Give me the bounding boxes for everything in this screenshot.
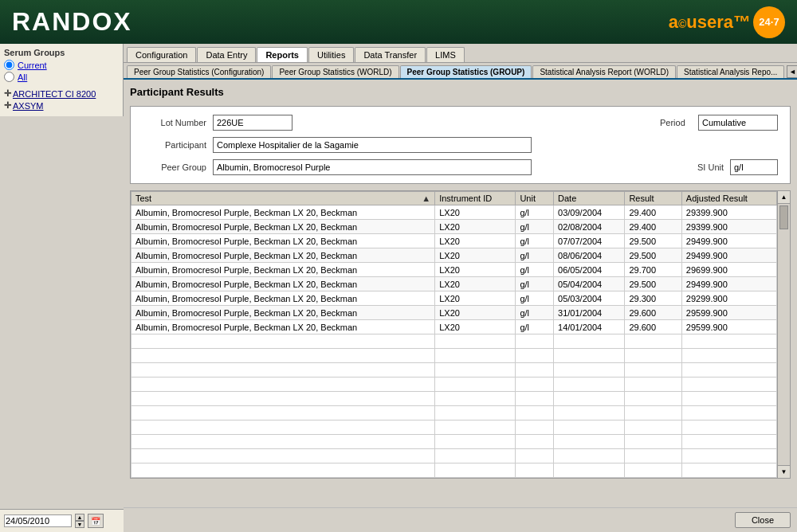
date-spin-down[interactable]: ▼ xyxy=(75,521,84,528)
table-row[interactable]: Albumin, Bromocresol Purple, Beckman LX … xyxy=(132,320,777,334)
date-spin[interactable]: ▲ ▼ xyxy=(75,514,84,528)
cell-date: 02/08/2004 xyxy=(554,220,625,234)
sidebar-footer: ▲ ▼ 📅 xyxy=(0,509,124,532)
sub-tab-stat-analysis-world[interactable]: Statistical Analysis Report (WORLD) xyxy=(532,65,676,78)
table-row[interactable]: Albumin, Bromocresol Purple, Beckman LX … xyxy=(132,248,777,263)
sidebar-wrapper: Serum Groups Current All ✛ ARCHITECT CI … xyxy=(0,44,124,532)
cell-date: 03/09/2004 xyxy=(554,205,625,220)
cell-date: 05/03/2004 xyxy=(554,291,625,306)
tree-item-axsym[interactable]: ✛ AXSYM xyxy=(4,100,119,111)
cell-adjusted-result: 29399.900 xyxy=(681,205,776,220)
table-row[interactable]: Albumin, Bromocresol Purple, Beckman LX … xyxy=(132,306,777,320)
cell-instrument-id: LX20 xyxy=(435,291,516,306)
sub-tab-peer-group-config[interactable]: Peer Group Statistics (Configuration) xyxy=(127,65,271,78)
tab-data-entry[interactable]: Data Entry xyxy=(197,47,256,62)
col-instrument-id[interactable]: Instrument ID xyxy=(435,192,516,205)
cell-adjusted-result: 29699.900 xyxy=(681,263,776,277)
cell-date: 06/05/2004 xyxy=(554,263,625,277)
table-row[interactable]: Albumin, Bromocresol Purple, Beckman LX … xyxy=(132,220,777,234)
table-row-empty xyxy=(132,392,777,406)
sub-tab-peer-group-group[interactable]: Peer Group Statistics (GROUP) xyxy=(400,65,532,78)
tree-item-architect-label[interactable]: ARCHITECT CI 8200 xyxy=(13,89,96,99)
sub-tab-scroll-left[interactable]: ◄ xyxy=(787,65,797,78)
serum-groups-label: Serum Groups xyxy=(4,48,119,57)
cell-unit: g/l xyxy=(516,263,554,277)
table-row-empty xyxy=(132,406,777,421)
cell-unit: g/l xyxy=(516,248,554,263)
table-row[interactable]: Albumin, Bromocresol Purple, Beckman LX … xyxy=(132,291,777,306)
tab-lims[interactable]: LIMS xyxy=(426,47,465,62)
col-unit[interactable]: Unit xyxy=(516,192,554,205)
acusera-brand-text: a©usera™ xyxy=(669,12,751,33)
col-date[interactable]: Date xyxy=(554,192,625,205)
lot-number-label: Lot Number xyxy=(143,118,206,127)
cell-unit: g/l xyxy=(516,205,554,220)
tab-utilities[interactable]: Utilities xyxy=(308,47,354,62)
period-label: Period xyxy=(660,118,692,127)
cell-test: Albumin, Bromocresol Purple, Beckman LX … xyxy=(132,320,435,334)
sub-tabs: Peer Group Statistics (Configuration) Pe… xyxy=(124,63,797,80)
cell-adjusted-result: 29499.900 xyxy=(681,248,776,263)
col-result[interactable]: Result xyxy=(625,192,681,205)
cell-test: Albumin, Bromocresol Purple, Beckman LX … xyxy=(132,263,435,277)
cell-test: Albumin, Bromocresol Purple, Beckman LX … xyxy=(132,220,435,234)
cell-instrument-id: LX20 xyxy=(435,263,516,277)
sub-tab-stat-analysis-rep[interactable]: Statistical Analysis Repo... xyxy=(677,65,784,78)
randox-logo: RANDOX xyxy=(12,7,132,37)
period-input[interactable] xyxy=(698,115,778,131)
peer-group-label: Peer Group xyxy=(143,162,206,172)
table-scrollbar[interactable]: ▲ ▼ xyxy=(777,191,790,478)
cell-test: Albumin, Bromocresol Purple, Beckman LX … xyxy=(132,277,435,291)
sort-test-icon: ▲ xyxy=(422,194,430,203)
peer-group-input[interactable] xyxy=(213,159,532,175)
table-row[interactable]: Albumin, Bromocresol Purple, Beckman LX … xyxy=(132,263,777,277)
calendar-button[interactable]: 📅 xyxy=(88,514,104,528)
cell-instrument-id: LX20 xyxy=(435,306,516,320)
cell-instrument-id: LX20 xyxy=(435,234,516,248)
table-row[interactable]: Albumin, Bromocresol Purple, Beckman LX … xyxy=(132,205,777,220)
radio-current[interactable]: Current xyxy=(4,60,119,70)
scrollbar-thumb[interactable] xyxy=(779,205,788,229)
main-container: Serum Groups Current All ✛ ARCHITECT CI … xyxy=(0,44,797,532)
table-row[interactable]: Albumin, Bromocresol Purple, Beckman LX … xyxy=(132,234,777,248)
participant-input[interactable] xyxy=(213,137,532,153)
lot-number-input[interactable] xyxy=(213,115,292,131)
tree-item-architect[interactable]: ✛ ARCHITECT CI 8200 xyxy=(4,88,119,99)
radio-all-input[interactable] xyxy=(4,72,14,82)
sidebar: Serum Groups Current All ✛ ARCHITECT CI … xyxy=(0,44,124,116)
scrollbar-up-btn[interactable]: ▲ xyxy=(778,191,790,204)
si-unit-input[interactable] xyxy=(730,159,778,175)
scrollbar-down-btn[interactable]: ▼ xyxy=(778,465,790,478)
table-row[interactable]: Albumin, Bromocresol Purple, Beckman LX … xyxy=(132,277,777,291)
tab-configuration[interactable]: Configuration xyxy=(127,47,196,62)
radio-all-label[interactable]: All xyxy=(18,72,27,82)
tree-plus-icon: ✛ xyxy=(4,88,11,99)
main-panel: Participant Results Lot Number Period Pa… xyxy=(124,80,797,507)
radio-current-label[interactable]: Current xyxy=(18,61,47,70)
cell-result: 29.500 xyxy=(625,234,681,248)
cell-instrument-id: LX20 xyxy=(435,248,516,263)
close-button[interactable]: Close xyxy=(735,512,791,528)
col-adjusted-result[interactable]: Adjusted Result xyxy=(681,192,776,205)
radio-all[interactable]: All xyxy=(4,72,119,82)
sub-tab-scroll: ◄ ► xyxy=(787,65,797,78)
tab-data-transfer[interactable]: Data Transfer xyxy=(355,47,426,62)
participant-label: Participant xyxy=(143,140,206,150)
cell-result: 29.300 xyxy=(625,291,681,306)
sub-tab-peer-group-world[interactable]: Peer Group Statistics (WORLD) xyxy=(272,65,398,78)
cell-result: 29.600 xyxy=(625,320,681,334)
results-table-container: Test ▲ Instrument ID Unit Date Result Ad… xyxy=(130,190,791,479)
cell-test: Albumin, Bromocresol Purple, Beckman LX … xyxy=(132,205,435,220)
tab-reports[interactable]: Reports xyxy=(257,47,308,62)
tree-item-axsym-label[interactable]: AXSYM xyxy=(13,101,44,111)
cell-adjusted-result: 29599.900 xyxy=(681,320,776,334)
table-row-empty xyxy=(132,334,777,349)
table-row-empty xyxy=(132,464,777,478)
col-test[interactable]: Test ▲ xyxy=(132,192,435,205)
radio-current-input[interactable] xyxy=(4,60,14,70)
cell-result: 29.500 xyxy=(625,277,681,291)
cell-test: Albumin, Bromocresol Purple, Beckman LX … xyxy=(132,248,435,263)
cell-adjusted-result: 29299.900 xyxy=(681,291,776,306)
date-input[interactable] xyxy=(4,514,72,527)
date-spin-up[interactable]: ▲ xyxy=(75,514,84,521)
